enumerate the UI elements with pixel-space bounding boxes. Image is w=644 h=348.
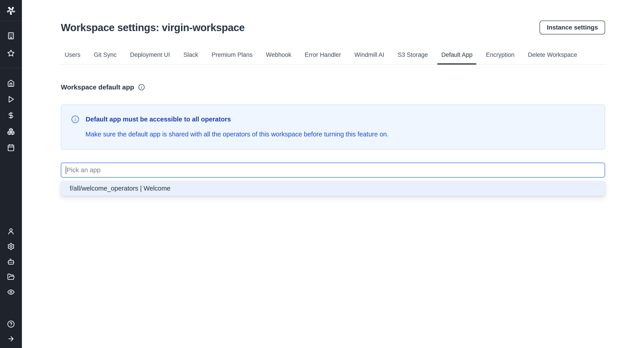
page-title: Workspace settings: virgin-workspace <box>61 22 245 34</box>
section-title: Workspace default app <box>61 84 134 91</box>
gear-icon <box>7 243 15 250</box>
sidebar-item-help[interactable] <box>0 317 22 332</box>
windmill-pinwheel-logo-icon <box>6 6 16 16</box>
sidebar-item-settings[interactable] <box>0 239 22 254</box>
sidebar-item-runs[interactable] <box>0 91 22 107</box>
info-circle-icon[interactable] <box>138 84 145 90</box>
alert-title: Default app must be accessible to all op… <box>86 116 231 123</box>
windmill-logo[interactable] <box>0 0 22 21</box>
sidebar-main-nav <box>0 75 22 156</box>
info-alert: Default app must be accessible to all op… <box>61 104 605 150</box>
tab-git-sync[interactable]: Git Sync <box>90 49 120 65</box>
sidebar-admin-group <box>0 224 22 300</box>
play-icon <box>7 96 15 103</box>
sidebar-workspace-group <box>0 21 22 68</box>
sidebar <box>0 0 22 348</box>
app-picker-dropdown: f/all/welcome_operators | Welcome <box>61 181 605 196</box>
tab-encryption[interactable]: Encryption <box>482 49 518 65</box>
tab-error-handler[interactable]: Error Handler <box>301 49 345 65</box>
tab-webhook[interactable]: Webhook <box>262 49 295 65</box>
sidebar-item-variables[interactable] <box>0 107 22 124</box>
sidebar-item-folders[interactable] <box>0 269 22 284</box>
section-header: Workspace default app <box>61 84 605 91</box>
sidebar-item-favorites[interactable] <box>0 46 22 61</box>
sidebar-item-users[interactable] <box>0 224 22 239</box>
sidebar-bottom-group <box>0 317 22 346</box>
tab-s3-storage[interactable]: S3 Storage <box>394 49 432 65</box>
robot-icon <box>7 258 15 266</box>
sidebar-item-schedules[interactable] <box>0 140 22 156</box>
dollar-icon <box>7 112 15 119</box>
folder-open-icon <box>7 273 15 281</box>
tab-premium-plans[interactable]: Premium Plans <box>208 49 256 65</box>
sidebar-item-home[interactable] <box>0 75 22 91</box>
sidebar-item-expand[interactable] <box>0 332 22 346</box>
tab-delete-workspace[interactable]: Delete Workspace <box>524 49 581 65</box>
tab-default-app[interactable]: Default App <box>438 49 476 65</box>
sidebar-item-workers[interactable] <box>0 254 22 269</box>
eye-icon <box>7 288 15 296</box>
tab-slack[interactable]: Slack <box>180 49 202 65</box>
user-icon <box>7 228 15 235</box>
app-picker <box>61 162 605 178</box>
text-caret <box>66 166 66 174</box>
dropdown-option[interactable]: f/all/welcome_operators | Welcome <box>61 181 605 196</box>
building-icon <box>7 32 15 40</box>
info-circle-icon <box>71 115 80 124</box>
sidebar-item-audit-logs[interactable] <box>0 284 22 300</box>
sidebar-item-resources[interactable] <box>0 124 22 140</box>
sidebar-item-workspace[interactable] <box>0 28 22 44</box>
star-icon <box>7 50 15 57</box>
tab-deployment-ui[interactable]: Deployment UI <box>126 49 174 65</box>
sidebar-divider <box>0 68 22 68</box>
page-header: Workspace settings: virgin-workspace Ins… <box>61 20 605 34</box>
app-picker-input[interactable] <box>61 162 605 178</box>
help-circle-icon <box>7 320 15 328</box>
tab-users[interactable]: Users <box>61 49 84 65</box>
main-content: Workspace settings: virgin-workspace Ins… <box>22 20 644 196</box>
boxes-icon <box>7 128 15 135</box>
sidebar-spacer <box>0 156 22 224</box>
home-icon <box>7 80 15 87</box>
arrow-right-icon <box>7 335 15 343</box>
instance-settings-button[interactable]: Instance settings <box>540 20 605 34</box>
alert-body: Make sure the default app is shared with… <box>86 130 596 138</box>
settings-tab-bar: Users Git Sync Deployment UI Slack Premi… <box>61 49 605 65</box>
calendar-icon <box>7 144 15 152</box>
tab-windmill-ai[interactable]: Windmill AI <box>350 49 388 65</box>
info-alert-header: Default app must be accessible to all op… <box>71 115 596 124</box>
